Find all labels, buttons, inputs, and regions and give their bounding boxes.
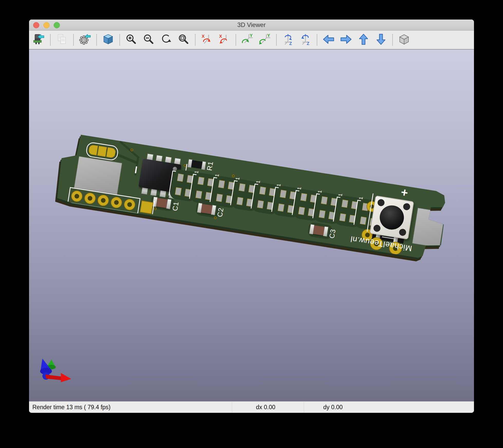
- label-c1: C1: [171, 201, 180, 212]
- rotate-y-positive-icon: Y: [241, 33, 254, 46]
- axis-orientation-indicator: [37, 357, 80, 389]
- plus-silkscreen: +: [400, 185, 409, 200]
- ortho-cube-icon: [398, 33, 410, 46]
- push-button-plunger: [378, 204, 406, 231]
- move-left-icon: [322, 33, 335, 46]
- battery-contact-right: [412, 208, 445, 248]
- viewport-canvas[interactable]: △ R1: [29, 50, 474, 401]
- toolbar-separator: [96, 34, 97, 46]
- rotate-z-negative-button[interactable]: Z: [299, 34, 312, 46]
- rotate-x-positive-icon: X: [201, 33, 213, 46]
- move-right-button[interactable]: [340, 34, 352, 46]
- reload-board-icon: [33, 33, 45, 46]
- reload-settings-button[interactable]: [79, 34, 91, 46]
- rotate-z-positive-icon: Z: [282, 33, 294, 46]
- header-square-pad: [140, 201, 153, 214]
- toolbar-separator: [236, 34, 236, 46]
- zoom-in-button[interactable]: [125, 34, 137, 46]
- battery-oval-pads: [88, 144, 116, 158]
- orthographic-view-button[interactable]: [398, 34, 410, 46]
- rotate-y-negative-button[interactable]: Y: [259, 34, 271, 46]
- zoom-out-icon: [143, 33, 155, 46]
- move-down-button[interactable]: [375, 34, 387, 46]
- reload-board-button[interactable]: [33, 34, 45, 46]
- zoom-fit-icon: [178, 33, 190, 46]
- x-axis-arrowhead: [61, 373, 71, 382]
- title-bar[interactable]: 3D Viewer: [29, 20, 474, 31]
- redraw-button[interactable]: [160, 34, 172, 46]
- toolbar-separator: [50, 34, 51, 46]
- svg-text:Z: Z: [289, 41, 292, 45]
- led-footprint-row: 1111111111: [65, 131, 461, 194]
- status-bar: Render time 13 ms ( 79.4 fps) dx 0.00 dy…: [29, 401, 474, 413]
- dy-status: dy 0.00: [304, 402, 362, 413]
- render-options-button[interactable]: [102, 34, 114, 46]
- toolbar-separator: [73, 34, 74, 46]
- svg-text:Y: Y: [267, 33, 270, 38]
- label-c3: C3: [328, 228, 337, 239]
- copy-image-icon: [56, 33, 68, 46]
- render-time-status: Render time 13 ms ( 79.4 fps): [32, 402, 110, 413]
- zoom-fit-button[interactable]: [178, 34, 190, 46]
- rotate-y-negative-icon: Y: [259, 33, 271, 46]
- copy-image-button[interactable]: [56, 34, 68, 46]
- dx-status: dx 0.00: [232, 402, 299, 413]
- label-r1: R1: [206, 161, 215, 171]
- pcb-top-face: △ R1: [54, 131, 461, 264]
- zoom-in-icon: [125, 33, 137, 46]
- svg-text:X: X: [219, 34, 222, 39]
- toolbar-separator: [392, 34, 393, 46]
- svg-text:Y: Y: [250, 33, 253, 38]
- gear-reload-icon: [79, 33, 91, 46]
- 3d-viewer-window: 3D Viewer: [29, 20, 474, 413]
- zoom-out-button[interactable]: [143, 34, 155, 46]
- toolbar: X X Y: [29, 31, 474, 50]
- rotate-x-negative-icon: X: [218, 33, 230, 46]
- label-c2: C2: [216, 207, 225, 218]
- toolbar-separator: [317, 34, 317, 46]
- svg-text:Z: Z: [307, 41, 309, 45]
- window-title: 3D Viewer: [29, 20, 474, 30]
- svg-text:X: X: [202, 34, 205, 39]
- redraw-icon: [160, 33, 172, 46]
- rotate-z-negative-icon: Z: [299, 33, 312, 46]
- move-up-button[interactable]: [357, 34, 370, 46]
- x-axis-shaft: [45, 375, 62, 380]
- toolbar-separator: [276, 34, 277, 46]
- push-button: [369, 195, 414, 240]
- rotate-x-positive-button[interactable]: X: [201, 34, 213, 46]
- move-left-button[interactable]: [322, 34, 335, 46]
- blue-cube-icon: [102, 33, 114, 46]
- rotate-z-positive-button[interactable]: Z: [282, 34, 294, 46]
- move-right-icon: [340, 33, 352, 46]
- toolbar-separator: [195, 34, 195, 46]
- move-down-icon: [375, 33, 387, 46]
- pcb-board: △ R1: [54, 131, 461, 264]
- rotate-y-positive-button[interactable]: Y: [241, 34, 254, 46]
- rotate-x-negative-button[interactable]: X: [218, 34, 230, 46]
- toolbar-separator: [119, 34, 120, 46]
- resistor-r1: [189, 160, 204, 169]
- move-up-icon: [357, 33, 370, 46]
